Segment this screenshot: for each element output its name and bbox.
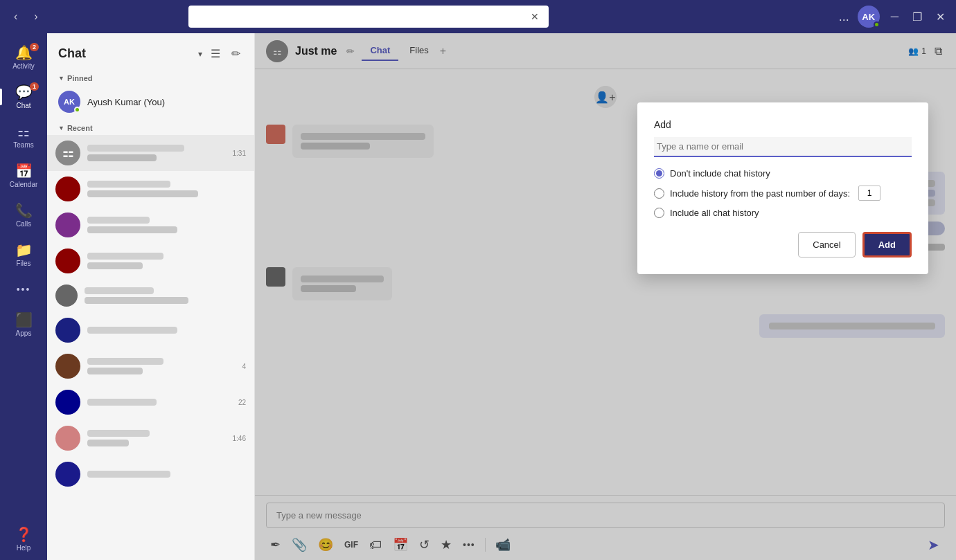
chat-item-preview-blurred [87, 190, 198, 197]
list-item[interactable] [47, 243, 254, 279]
more-icon: ••• [15, 281, 32, 298]
list-item[interactable]: 1:46 [47, 420, 254, 456]
chat-item-name-blurred [87, 327, 177, 334]
sidebar-item-apps[interactable]: ⬛ Apps [0, 306, 47, 343]
dialog-actions: Cancel Add [654, 232, 912, 258]
sidebar-label-calls: Calls [16, 220, 31, 228]
recent-section-label[interactable]: ▼ Recent [47, 118, 254, 135]
radio-include-days-input[interactable] [654, 188, 664, 199]
search-bar[interactable]: p ✕ [188, 6, 549, 28]
chat-item-time: 4 [242, 363, 246, 370]
close-button[interactable]: ✕ [933, 10, 948, 24]
online-status-dot [874, 21, 880, 28]
chat-item-avatar [55, 177, 80, 201]
filter-icon[interactable]: ☰ [208, 44, 223, 63]
titlebar-right: ... AK ─ ❐ ✕ [839, 6, 948, 28]
add-button[interactable]: Add [862, 232, 912, 258]
sidebar-item-calendar[interactable]: 📅 Calendar [0, 157, 47, 194]
search-clear-icon[interactable]: ✕ [528, 11, 542, 22]
chat-item-time: 1:46 [233, 435, 246, 442]
chat-item-time: 22 [238, 399, 246, 406]
chat-item-content [87, 355, 235, 377]
radio-include-days[interactable]: Include history from the past number of … [654, 186, 912, 201]
sidebar-item-activity[interactable]: 🔔 Activity 2 [0, 39, 47, 75]
radio-no-history-input[interactable] [654, 168, 664, 179]
chat-item-content [87, 427, 226, 449]
sidebar-label-chat: Chat [16, 102, 30, 109]
sidebar-label-files: Files [16, 260, 30, 267]
list-item[interactable]: 4 [47, 348, 254, 384]
search-input[interactable]: p [195, 11, 528, 22]
sidebar-label-apps: Apps [16, 329, 32, 337]
sidebar-item-files[interactable]: 📁 Files [0, 236, 47, 273]
minimize-button[interactable]: ─ [888, 10, 901, 23]
chat-item-avatar [55, 213, 80, 237]
back-button[interactable]: ‹ [8, 8, 23, 26]
list-item[interactable]: 22 [47, 384, 254, 420]
chat-item-avatar [55, 318, 80, 343]
radio-no-history-label: Don't include chat history [670, 168, 770, 179]
list-item[interactable] [47, 207, 254, 243]
chat-item-name-blurred [87, 471, 170, 478]
pinned-online-dot [74, 107, 80, 113]
days-input[interactable] [858, 186, 880, 201]
sidebar-item-help[interactable]: ❓ Help [0, 521, 47, 560]
user-avatar[interactable]: AK [858, 6, 880, 28]
sidebar-item-teams[interactable]: ⚏ Teams [0, 118, 47, 154]
apps-icon: ⬛ [15, 311, 32, 328]
help-icon: ❓ [15, 526, 32, 543]
forward-button[interactable]: › [28, 8, 43, 26]
radio-all-history-input[interactable] [654, 208, 664, 218]
dialog-radio-group: Don't include chat history Include histo… [654, 168, 912, 218]
radio-all-history[interactable]: Include all chat history [654, 208, 912, 218]
radio-no-history[interactable]: Don't include chat history [654, 168, 912, 179]
list-item[interactable] [47, 279, 254, 312]
pinned-section-label[interactable]: ▼ Pinned [47, 69, 254, 85]
chat-item-preview-blurred [87, 226, 177, 233]
radio-include-days-label: Include history from the past number of … [670, 188, 850, 199]
more-options-icon[interactable]: ... [839, 10, 849, 24]
list-item[interactable] [47, 171, 254, 207]
list-item[interactable] [47, 312, 254, 348]
new-chat-icon[interactable]: ✏ [229, 44, 243, 63]
radio-all-history-label: Include all chat history [670, 208, 759, 218]
list-item[interactable]: ⚏ 1:31 [47, 135, 254, 171]
sidebar-item-chat[interactable]: 💬 Chat 1 [0, 78, 47, 115]
teams-icon: ⚏ [15, 123, 32, 140]
restore-button[interactable]: ❐ [910, 10, 925, 24]
sidebar-label-calendar: Calendar [10, 181, 38, 188]
calendar-icon: 📅 [15, 163, 32, 179]
chat-main: ⚏ Just me ✏ Chat Files + 👥 1 ⧉ 👤+ [255, 33, 956, 560]
chat-item-preview-blurred [85, 297, 188, 304]
chat-item-content [87, 142, 226, 164]
chat-item-preview-blurred [87, 368, 143, 374]
chat-list-header: Chat ▾ ☰ ✏ [47, 33, 254, 69]
sidebar: 🔔 Activity 2 💬 Chat 1 ⚏ Teams 📅 Calendar… [0, 33, 47, 560]
add-people-dialog: Add Don't include chat history Include h… [637, 102, 928, 274]
pinned-chevron-icon: ▼ [58, 75, 64, 82]
add-people-input[interactable] [654, 137, 912, 156]
chat-list-title: Chat [58, 46, 193, 61]
sidebar-item-calls[interactable]: 📞 Calls [0, 197, 47, 233]
main-layout: 🔔 Activity 2 💬 Chat 1 ⚏ Teams 📅 Calendar… [0, 33, 956, 560]
chat-item-avatar: ⚏ [55, 141, 80, 165]
pinned-item-ayush[interactable]: AK Ayush Kumar (You) [47, 85, 254, 118]
list-item[interactable] [47, 456, 254, 492]
window-controls: ─ ❐ ✕ [888, 10, 948, 24]
calls-icon: 📞 [15, 202, 32, 219]
sidebar-label-teams: Teams [13, 141, 33, 149]
sidebar-item-more[interactable]: ••• [0, 276, 47, 303]
chat-item-content [87, 250, 239, 272]
dialog-title: Add [654, 119, 912, 130]
titlebar-nav: ‹ › [8, 8, 44, 26]
cancel-button[interactable]: Cancel [798, 232, 855, 258]
chat-item-name-blurred [87, 430, 150, 437]
dialog-input-wrap [654, 137, 912, 157]
chat-item-name-blurred [87, 145, 184, 152]
chat-item-name-blurred [87, 399, 157, 406]
chat-item-content [87, 178, 239, 200]
pinned-item-name: Ayush Kumar (You) [87, 97, 165, 107]
chat-badge: 1 [30, 82, 39, 91]
chat-item-name-blurred [87, 253, 163, 260]
chat-title-dropdown-icon[interactable]: ▾ [198, 49, 202, 59]
